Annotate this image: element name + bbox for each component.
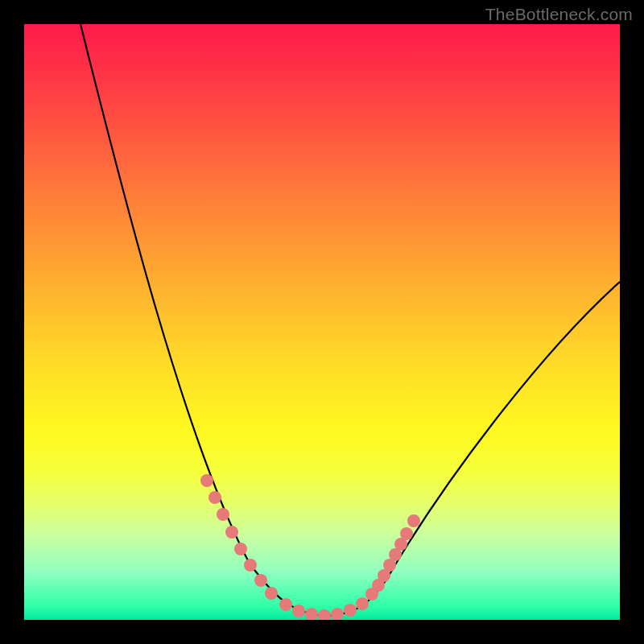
plot-area xyxy=(24,24,620,620)
watermark-text: TheBottleneck.com xyxy=(485,5,633,24)
